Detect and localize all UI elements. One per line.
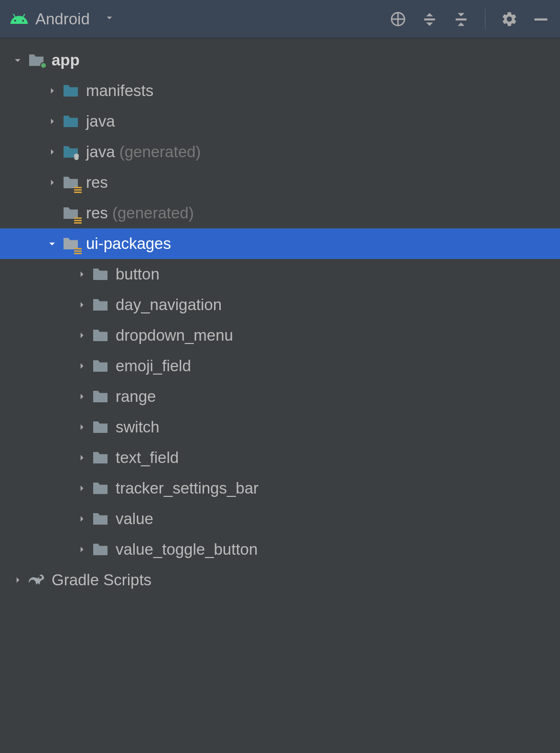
module-folder-icon <box>27 51 46 70</box>
chevron-right-icon <box>73 268 91 281</box>
tree-label: value <box>116 510 153 528</box>
tree-label: tracker_settings_bar <box>116 479 258 497</box>
tree-node-day-navigation[interactable]: day_navigation <box>0 290 560 320</box>
tree-node-gradle-scripts[interactable]: Gradle Scripts <box>0 565 560 595</box>
tree-node-tracker-settings-bar[interactable]: tracker_settings_bar <box>0 473 560 504</box>
chevron-right-icon <box>73 482 91 495</box>
tree-node-java-generated[interactable]: java (generated) <box>0 137 560 167</box>
source-folder-icon <box>61 81 80 100</box>
gear-icon[interactable] <box>500 10 519 29</box>
chevron-right-icon <box>43 176 61 189</box>
folder-icon <box>91 265 110 284</box>
tree-label: res (generated) <box>86 204 194 222</box>
chevron-right-icon <box>73 329 91 342</box>
source-folder-icon <box>61 112 80 131</box>
tree-label: range <box>116 387 156 406</box>
resource-folder-icon <box>61 173 80 192</box>
tree-label: java <box>86 112 115 130</box>
resource-folder-icon <box>61 234 80 253</box>
tree-node-emoji-field[interactable]: emoji_field <box>0 351 560 381</box>
chevron-right-icon <box>73 451 91 464</box>
folder-icon <box>91 448 110 467</box>
folder-icon <box>91 509 110 528</box>
folder-icon <box>91 540 110 559</box>
tree-node-manifests[interactable]: manifests <box>0 75 560 106</box>
folder-icon <box>91 295 110 314</box>
tree-node-res[interactable]: res <box>0 167 560 198</box>
tree-node-switch[interactable]: switch <box>0 412 560 442</box>
chevron-right-icon <box>73 420 91 434</box>
tree-label: res <box>86 173 108 192</box>
tree-label: day_navigation <box>116 296 222 314</box>
folder-icon <box>91 356 110 376</box>
tree-node-value[interactable]: value <box>0 504 560 534</box>
gradle-icon <box>27 570 46 590</box>
chevron-down-icon <box>43 237 61 250</box>
resource-folder-icon <box>61 204 80 223</box>
tree-node-ui-packages[interactable]: ui-packages <box>0 228 560 259</box>
toolbar-divider <box>485 9 485 30</box>
chevron-right-icon <box>73 390 91 403</box>
tree-label: java (generated) <box>86 143 201 161</box>
folder-icon <box>91 479 110 498</box>
folder-icon <box>91 387 110 406</box>
chevron-right-icon <box>9 573 27 587</box>
tree-node-app[interactable]: app <box>0 45 560 75</box>
tree-label: emoji_field <box>116 357 191 375</box>
collapse-all-icon[interactable] <box>452 10 471 29</box>
folder-icon <box>91 418 110 437</box>
tree-node-text-field[interactable]: text_field <box>0 442 560 473</box>
chevron-right-icon <box>73 543 91 556</box>
generated-folder-icon <box>61 142 80 161</box>
tree-label: Gradle Scripts <box>52 571 151 589</box>
android-icon <box>10 10 29 29</box>
svg-rect-5 <box>535 18 548 21</box>
tree-label: app <box>52 51 80 69</box>
view-selector[interactable]: Android <box>10 10 116 29</box>
svg-rect-3 <box>424 18 435 20</box>
tree-label: value_toggle_button <box>116 540 258 559</box>
tree-node-dropdown-menu[interactable]: dropdown_menu <box>0 320 560 351</box>
tree-label: ui-packages <box>86 235 171 253</box>
tree-label: dropdown_menu <box>116 326 233 344</box>
chevron-right-icon <box>43 84 61 97</box>
project-view-toolbar: Android <box>0 0 560 38</box>
tree-node-res-generated[interactable]: res (generated) <box>0 198 560 228</box>
expand-all-icon[interactable] <box>420 10 439 29</box>
tree-node-button[interactable]: button <box>0 259 560 290</box>
tree-node-value-toggle-button[interactable]: value_toggle_button <box>0 534 560 565</box>
svg-rect-4 <box>456 18 467 20</box>
hide-icon[interactable] <box>531 10 550 29</box>
select-opened-file-icon[interactable] <box>388 10 408 29</box>
chevron-right-icon <box>73 298 91 312</box>
tree-label: manifests <box>86 82 153 100</box>
chevron-right-icon <box>73 512 91 526</box>
chevron-right-icon <box>73 359 91 373</box>
chevron-right-icon <box>43 115 61 128</box>
tree-node-java[interactable]: java <box>0 106 560 137</box>
tree-node-range[interactable]: range <box>0 381 560 412</box>
tree-label: button <box>116 265 160 283</box>
tree-label: text_field <box>116 449 179 467</box>
view-selector-label: Android <box>35 10 90 28</box>
folder-icon <box>91 326 110 345</box>
tree-label: switch <box>116 418 160 436</box>
project-tree: app manifests java java (generated) <box>0 38 560 595</box>
chevron-down-icon <box>9 54 27 67</box>
chevron-right-icon <box>43 145 61 159</box>
chevron-down-icon <box>103 11 116 27</box>
